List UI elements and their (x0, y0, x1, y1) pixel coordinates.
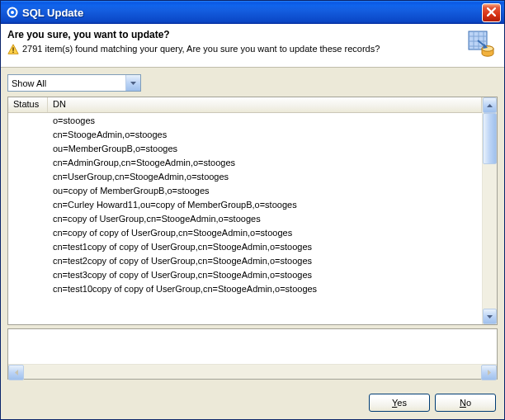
cell-dn: cn=test2copy of copy of UserGroup,cn=Sto… (48, 256, 482, 266)
close-button[interactable] (482, 3, 501, 22)
filter-combobox[interactable]: Show All (7, 74, 141, 92)
svg-rect-3 (12, 47, 13, 50)
table-row[interactable]: cn=test3copy of copy of UserGroup,cn=Sto… (8, 267, 482, 281)
table-row[interactable]: cn=AdminGroup,cn=StoogeAdmin,o=stooges (8, 155, 482, 169)
header-message: 2791 item(s) found matching your query, … (22, 44, 380, 54)
window-title: SQL Update (22, 7, 482, 19)
table-row[interactable]: cn=Curley Howard11,ou=copy of MemberGrou… (8, 197, 482, 211)
scroll-up-button[interactable] (483, 97, 497, 113)
header-title: Are you sure, you want to update? (7, 29, 465, 40)
scroll-left-button[interactable] (8, 365, 24, 380)
table-row[interactable]: ou=copy of MemberGroupB,o=stooges (8, 183, 482, 197)
table-row[interactable]: cn=test2copy of copy of UserGroup,cn=Sto… (8, 253, 482, 267)
table-row[interactable]: cn=test1copy of copy of UserGroup,cn=Sto… (8, 239, 482, 253)
titlebar[interactable]: SQL Update (1, 1, 504, 24)
dialog-window: SQL Update Are you sure, you want to upd… (0, 0, 505, 420)
cell-dn: cn=copy of UserGroup,cn=StoogeAdmin,o=st… (48, 214, 482, 224)
hscroll-track[interactable] (24, 365, 481, 379)
warning-icon (7, 44, 19, 57)
no-button[interactable]: No (435, 394, 496, 412)
column-header-status[interactable]: Status (8, 97, 48, 112)
column-header-dn[interactable]: DN (48, 97, 482, 112)
scroll-right-button[interactable] (481, 365, 497, 380)
table-row[interactable]: cn=UserGroup,cn=StoogeAdmin,o=stooges (8, 169, 482, 183)
header-graphic-icon (465, 29, 498, 59)
cell-dn: cn=copy of copy of UserGroup,cn=StoogeAd… (48, 228, 482, 238)
header-area: Are you sure, you want to update? 2791 i… (1, 24, 504, 68)
table-row[interactable]: cn=copy of copy of UserGroup,cn=StoogeAd… (8, 225, 482, 239)
scroll-thumb[interactable] (483, 113, 497, 164)
cell-dn: cn=test3copy of copy of UserGroup,cn=Sto… (48, 270, 482, 280)
textarea-content (8, 329, 497, 364)
table-header-row: Status DN (8, 97, 482, 113)
cell-dn: cn=Curley Howard11,ou=copy of MemberGrou… (48, 200, 482, 210)
detail-textarea[interactable] (7, 328, 498, 380)
close-icon (487, 7, 496, 19)
table-row[interactable]: cn=copy of UserGroup,cn=StoogeAdmin,o=st… (8, 211, 482, 225)
svg-point-2 (11, 11, 14, 14)
results-table: Status DN o=stoogescn=StoogeAdmin,o=stoo… (7, 97, 498, 325)
app-icon (6, 6, 19, 19)
cell-dn: ou=MemberGroupB,o=stooges (48, 144, 482, 153)
cell-dn: o=stooges (48, 116, 482, 125)
table-row[interactable]: ou=MemberGroupB,o=stooges (8, 141, 482, 155)
button-footer: Yes No (1, 386, 504, 419)
filter-row: Show All (7, 74, 498, 92)
horizontal-scrollbar[interactable] (8, 364, 497, 379)
cell-dn: ou=copy of MemberGroupB,o=stooges (48, 186, 482, 196)
table-row[interactable]: o=stooges (8, 113, 482, 127)
scroll-track[interactable] (483, 113, 497, 309)
cell-dn: cn=AdminGroup,cn=StoogeAdmin,o=stooges (48, 158, 482, 168)
scroll-down-button[interactable] (483, 309, 497, 324)
cell-dn: cn=test10copy of copy of UserGroup,cn=St… (48, 284, 482, 294)
vertical-scrollbar[interactable] (482, 97, 497, 324)
table-row[interactable]: cn=test10copy of copy of UserGroup,cn=St… (8, 281, 482, 295)
yes-button[interactable]: Yes (369, 394, 430, 412)
cell-dn: cn=StoogeAdmin,o=stooges (48, 130, 482, 139)
table-row[interactable]: cn=StoogeAdmin,o=stooges (8, 127, 482, 141)
svg-rect-4 (12, 52, 13, 53)
chevron-down-icon (125, 75, 140, 91)
filter-selected-text: Show All (8, 78, 125, 88)
body-area: Show All Status DN o=stoogescn=StoogeAdm… (1, 68, 504, 386)
cell-dn: cn=test1copy of copy of UserGroup,cn=Sto… (48, 242, 482, 252)
cell-dn: cn=UserGroup,cn=StoogeAdmin,o=stooges (48, 172, 482, 182)
